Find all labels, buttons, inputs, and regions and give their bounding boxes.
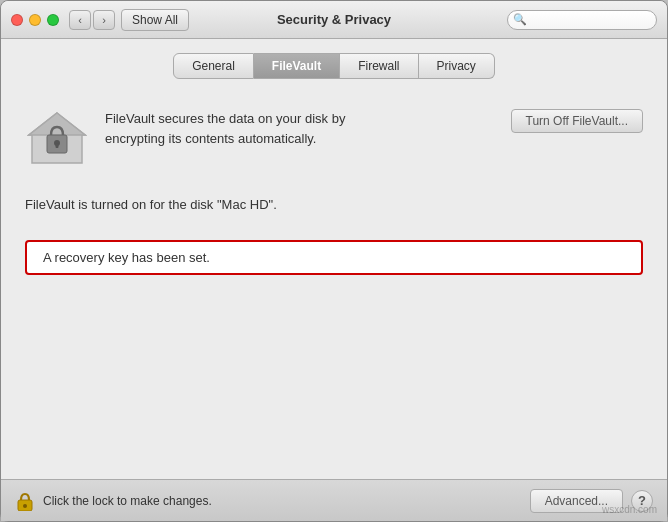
lock-svg: [16, 491, 34, 511]
advanced-button[interactable]: Advanced...: [530, 489, 623, 513]
tab-privacy[interactable]: Privacy: [419, 53, 495, 79]
filevault-icon: [25, 105, 89, 169]
top-section: FileVault secures the data on your disk …: [25, 105, 643, 169]
lock-section: Click the lock to make changes.: [15, 490, 212, 512]
close-button[interactable]: [11, 14, 23, 26]
svg-rect-4: [56, 143, 59, 148]
help-button[interactable]: ?: [631, 490, 653, 512]
lock-icon[interactable]: [15, 490, 35, 512]
show-all-button[interactable]: Show All: [121, 9, 189, 31]
back-button[interactable]: ‹: [69, 10, 91, 30]
description-area: FileVault secures the data on your disk …: [105, 105, 643, 156]
main-content: FileVault secures the data on your disk …: [1, 89, 667, 479]
house-lock-icon: [27, 107, 87, 167]
turn-off-button[interactable]: Turn Off FileVault...: [511, 109, 643, 133]
search-icon: 🔍: [513, 13, 527, 26]
tabs-row: General FileVault Firewall Privacy: [1, 39, 667, 89]
lock-label: Click the lock to make changes.: [43, 494, 212, 508]
minimize-button[interactable]: [29, 14, 41, 26]
traffic-lights: [11, 14, 59, 26]
recovery-text: A recovery key has been set.: [43, 250, 210, 265]
window-title: Security & Privacy: [277, 12, 391, 27]
tab-filevault[interactable]: FileVault: [254, 53, 340, 79]
maximize-button[interactable]: [47, 14, 59, 26]
forward-button[interactable]: ›: [93, 10, 115, 30]
tab-firewall[interactable]: Firewall: [340, 53, 418, 79]
svg-marker-1: [29, 113, 85, 135]
search-bar: 🔍: [507, 10, 657, 30]
description-text: FileVault secures the data on your disk …: [105, 109, 385, 148]
bottom-right-buttons: Advanced... ?: [530, 489, 653, 513]
tab-general[interactable]: General: [173, 53, 254, 79]
search-input[interactable]: [507, 10, 657, 30]
title-bar: ‹ › Show All Security & Privacy 🔍: [1, 1, 667, 39]
status-text: FileVault is turned on for the disk "Mac…: [25, 197, 643, 212]
status-section: FileVault is turned on for the disk "Mac…: [25, 189, 643, 220]
recovery-box: A recovery key has been set.: [25, 240, 643, 275]
nav-buttons: ‹ ›: [69, 10, 115, 30]
svg-point-6: [23, 504, 27, 508]
bottom-bar: Click the lock to make changes. Advanced…: [1, 479, 667, 521]
